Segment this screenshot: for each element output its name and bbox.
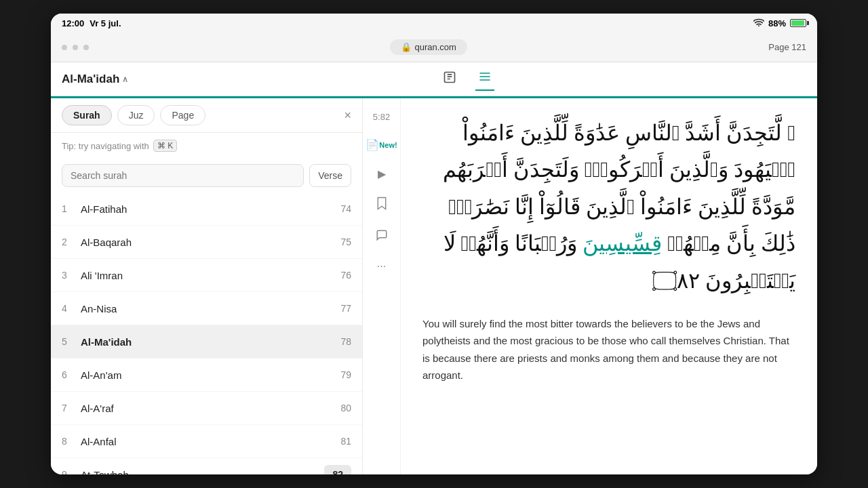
verse-number: 76: [340, 266, 351, 285]
surah-list-item[interactable]: 5 Al-Ma'idah 78: [51, 325, 362, 359]
battery-pct: 88%: [768, 18, 786, 28]
new-feature-btn[interactable]: 📄 New!: [363, 136, 399, 154]
surah-list-item[interactable]: 1 Al-Fatihah 74: [51, 192, 362, 226]
svg-point-0: [758, 25, 760, 26]
time: 12:00: [62, 18, 84, 28]
surah-name: Al-Ma'idah: [81, 336, 340, 348]
play-audio-btn[interactable]: ▶: [375, 165, 389, 183]
status-bar: 12:00 Vr 5 jul. 88%: [51, 14, 817, 33]
url-bar[interactable]: 🔒 quran.com: [97, 39, 760, 55]
highlighted-word: قِسِّيسِينَ: [583, 231, 662, 256]
nav-icons: [440, 67, 494, 91]
surah-number: 4: [62, 303, 81, 314]
surah-number: 5: [62, 336, 81, 347]
new-badge-label: New!: [379, 141, 397, 149]
surah-name: Al-An'am: [81, 369, 340, 381]
surah-name: An-Nisa: [81, 303, 340, 314]
surah-number: 9: [62, 469, 81, 474]
url-text: quran.com: [414, 42, 456, 52]
nav-bar: Al-Ma'idah ∧: [51, 62, 817, 96]
search-row: Verse: [51, 159, 362, 192]
lock-icon: 🔒: [401, 42, 412, 52]
surah-list: 1 Al-Fatihah 74 2 Al-Baqarah 75 3 Ali 'I…: [51, 192, 362, 474]
verse-number: 77: [340, 299, 351, 318]
surah-list-item[interactable]: 6 Al-An'am 79: [51, 359, 362, 392]
search-surah-input[interactable]: [62, 164, 304, 187]
more-icon: ···: [377, 260, 386, 272]
tab-juz[interactable]: Juz: [117, 105, 155, 125]
verse-label: Verse: [309, 164, 351, 187]
verse-number: 78: [340, 332, 351, 351]
more-options-btn[interactable]: ···: [374, 258, 389, 275]
reader-view-btn[interactable]: [440, 67, 459, 91]
verse-reference: 5:82: [373, 112, 390, 122]
surah-number: 8: [62, 436, 81, 447]
arabic-verse-text: ۞ لَّتَجِدَنَّ أَشَدَّ ٱلنَّاسِ عَدَٰوَة…: [422, 115, 795, 299]
page-number: Page 121: [768, 42, 806, 52]
surah-number: 3: [62, 270, 81, 281]
comment-icon: [376, 229, 388, 244]
surah-list-item[interactable]: 9 At-Tawbah 82: [51, 458, 362, 474]
surah-list-item[interactable]: 8 Al-Anfal 81: [51, 425, 362, 458]
surah-number: 6: [62, 369, 81, 380]
bookmark-btn[interactable]: [373, 194, 391, 216]
verse-translation: You will surely find the most bitter tow…: [422, 315, 795, 384]
verse-toolbar: 5:82 📄 New! ▶: [363, 98, 401, 474]
list-view-btn[interactable]: [475, 67, 494, 91]
surah-name: Al-Baqarah: [81, 237, 340, 248]
sidebar: Surah Juz Page × Tip: try navigating wit…: [51, 98, 363, 474]
close-sidebar-btn[interactable]: ×: [344, 108, 351, 123]
verse-number: 79: [340, 365, 351, 384]
surah-name: Ali 'Imran: [81, 270, 340, 281]
chevron-up-icon: ∧: [122, 75, 128, 84]
main-content: Surah Juz Page × Tip: try navigating wit…: [51, 98, 817, 474]
sidebar-tabs: Surah Juz Page ×: [51, 98, 362, 133]
date: Vr 5 jul.: [90, 18, 121, 28]
tab-page[interactable]: Page: [160, 105, 205, 125]
surah-name: Al-Anfal: [81, 436, 340, 447]
surah-name: At-Tawbah: [81, 469, 324, 475]
keyboard-shortcut: ⌘ K: [153, 140, 177, 152]
play-icon: ▶: [378, 167, 386, 180]
battery-icon: [790, 19, 806, 27]
progress-bar: [51, 96, 817, 98]
surah-list-item[interactable]: 4 An-Nisa 77: [51, 292, 362, 325]
verse-number: 81: [340, 432, 351, 451]
surah-title[interactable]: Al-Ma'idah ∧: [62, 73, 128, 86]
surah-name: Al-Fatihah: [81, 203, 340, 215]
surah-number: 2: [62, 237, 81, 247]
surah-list-item[interactable]: 3 Ali 'Imran 76: [51, 259, 362, 292]
quran-area: ۞ لَّتَجِدَنَّ أَشَدَّ ٱلنَّاسِ عَدَٰوَة…: [401, 98, 817, 474]
surah-list-item[interactable]: 7 Al-A'raf 80: [51, 392, 362, 425]
tip-text: Tip: try navigating with ⌘ K: [51, 133, 362, 159]
comment-btn[interactable]: [373, 226, 391, 247]
bookmark-icon: [376, 197, 388, 213]
document-icon: 📄: [366, 138, 379, 151]
surah-list-item[interactable]: 2 Al-Baqarah 75: [51, 226, 362, 259]
verse-number: 75: [340, 232, 351, 251]
verse-number: 80: [340, 399, 351, 418]
verse-number: 82: [324, 465, 351, 474]
browser-bar: 🔒 quran.com Page 121: [51, 33, 817, 62]
surah-number: 1: [62, 203, 81, 214]
right-content: 5:82 📄 New! ▶: [363, 98, 817, 474]
wifi-icon: [753, 18, 764, 28]
surah-name: Al-A'raf: [81, 403, 340, 414]
surah-number: 7: [62, 403, 81, 413]
tab-surah[interactable]: Surah: [62, 105, 112, 125]
verse-number: 74: [340, 199, 351, 218]
